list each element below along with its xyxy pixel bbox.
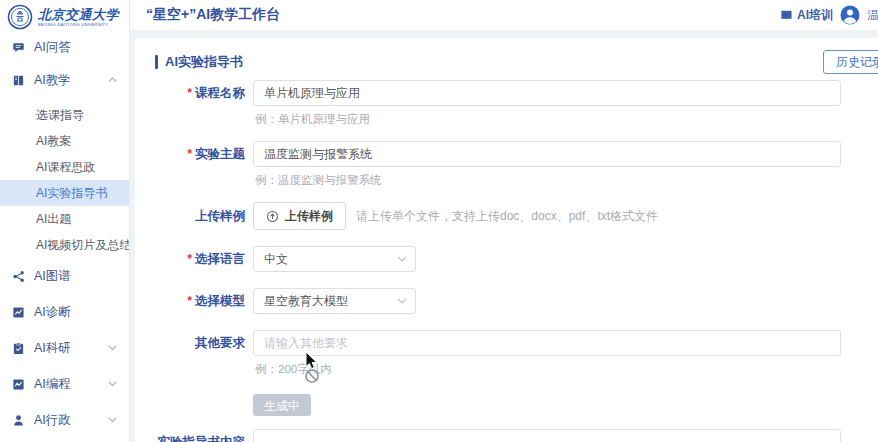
upload-sample-button[interactable]: 上传样例 — [253, 202, 346, 230]
sidebar-subitem-ideology[interactable]: AI课程思政 — [0, 154, 129, 180]
experiment-topic-row: *实验主题 例：温度监测与报警系统 — [155, 141, 878, 188]
sidebar-item-label: AI科研 — [34, 340, 71, 357]
sidebar-item-ai-diagnosis[interactable]: AI诊断 — [0, 294, 129, 330]
panel-header: AI实验指导书 — [155, 52, 878, 72]
sidebar: 北京交通大学 BEIJING JIAOTONG UNIVERSITY AI问答 … — [0, 0, 130, 442]
comment-icon — [12, 41, 25, 54]
generate-button[interactable]: 生成中 — [253, 394, 311, 416]
sidebar-item-label: AI行政 — [34, 412, 71, 429]
sidebar-subitem-question-gen[interactable]: AI出题 — [0, 206, 129, 232]
chevron-up-icon — [108, 77, 117, 83]
sidebar-subitem-lesson-plan[interactable]: AI教案 — [0, 128, 129, 154]
required-asterisk: * — [187, 86, 192, 100]
experiment-topic-hint: 例：温度监测与报警系统 — [255, 173, 841, 188]
top-header: “星空+”AI教学工作台 AI培训 温 — [130, 0, 878, 31]
upload-sample-label: 上传样例 — [155, 202, 253, 230]
sidebar-item-label: AI编程 — [34, 376, 71, 393]
upload-icon — [266, 210, 279, 223]
sidebar-item-label: AI问答 — [34, 39, 71, 56]
share-graph-icon — [12, 270, 25, 283]
chevron-down-icon — [108, 345, 117, 351]
ai-training-link[interactable]: AI培训 — [780, 7, 833, 24]
other-requirements-row: 其他要求 例：200字以内 — [155, 330, 878, 377]
language-row: *选择语言 中文 — [155, 246, 878, 272]
sidebar-item-label: AI诊断 — [34, 304, 71, 321]
lab-guide-panel: AI实验指导书 历史记录 *课程名称 例：单片机原理与应用 *实验主题 例：温度… — [135, 38, 878, 442]
guide-content-row: 实验指导书内容 实验名称 单片机原理与应用——温度监测与报警系统 实验目的 — [155, 429, 878, 442]
chevron-down-icon — [108, 417, 117, 423]
required-asterisk: * — [187, 294, 192, 308]
model-row: *选择模型 星空教育大模型 — [155, 288, 878, 314]
sidebar-subitem-lab-guide[interactable]: AI实验指导书 — [0, 180, 129, 206]
guide-content-label: 实验指导书内容 — [155, 429, 253, 442]
clipboard-check-icon — [12, 342, 25, 355]
training-book-icon — [780, 9, 793, 21]
course-name-label: *课程名称 — [155, 80, 253, 127]
language-value: 中文 — [264, 251, 288, 268]
sidebar-item-ai-research[interactable]: AI科研 — [0, 330, 129, 366]
header-actions: AI培训 温 — [780, 5, 878, 25]
code-chart-icon — [12, 378, 25, 391]
sidebar-item-ai-coding[interactable]: AI编程 — [0, 366, 129, 402]
generate-row: 生成中 — [253, 394, 878, 416]
university-name-cn: 北京交通大学 — [38, 8, 119, 21]
required-asterisk: * — [187, 252, 192, 266]
required-asterisk: * — [187, 147, 192, 161]
lab-guide-form: *课程名称 例：单片机原理与应用 *实验主题 例：温度监测与报警系统 上传样例 — [155, 80, 878, 442]
training-label: AI培训 — [797, 7, 833, 24]
guide-content-box[interactable]: 实验名称 单片机原理与应用——温度监测与报警系统 实验目的 — [253, 429, 841, 442]
chevron-down-icon — [397, 256, 407, 262]
chevron-down-icon — [108, 381, 117, 387]
teaching-submenu: 选课指导 AI教案 AI课程思政 AI实验指导书 AI出题 AI视频切片及总结 — [0, 102, 129, 258]
chevron-down-icon — [397, 298, 407, 304]
avatar[interactable] — [840, 5, 860, 25]
sidebar-item-ai-qa[interactable]: AI问答 — [0, 32, 129, 62]
sidebar-item-label: AI图谱 — [34, 268, 71, 285]
course-name-input[interactable] — [253, 80, 841, 106]
sidebar-item-ai-admin[interactable]: AI行政 — [0, 402, 129, 438]
language-label: *选择语言 — [155, 246, 253, 272]
upload-hint: 请上传单个文件，支持上传doc、docx、pdf、txt格式文件 — [356, 202, 658, 230]
title-accent-bar — [155, 55, 158, 69]
chart-line-icon — [12, 306, 25, 319]
other-requirements-input[interactable] — [253, 330, 841, 356]
experiment-topic-input[interactable] — [253, 141, 841, 167]
university-name-en: BEIJING JIAOTONG UNIVERSITY — [38, 23, 119, 27]
workbench-title: “星空+”AI教学工作台 — [146, 6, 780, 24]
course-name-hint: 例：单片机原理与应用 — [255, 112, 841, 127]
model-value: 星空教育大模型 — [264, 293, 348, 310]
university-logo: 北京交通大学 BEIJING JIAOTONG UNIVERSITY — [0, 0, 129, 32]
course-name-row: *课程名称 例：单片机原理与应用 — [155, 80, 878, 127]
model-label: *选择模型 — [155, 288, 253, 314]
sidebar-subitem-course-select[interactable]: 选课指导 — [0, 102, 129, 128]
history-button[interactable]: 历史记录 — [823, 50, 878, 74]
model-select[interactable]: 星空教育大模型 — [253, 288, 416, 314]
sidebar-item-ai-graph[interactable]: AI图谱 — [0, 258, 129, 294]
main-content: AI实验指导书 历史记录 *课程名称 例：单片机原理与应用 *实验主题 例：温度… — [130, 31, 878, 442]
language-select[interactable]: 中文 — [253, 246, 416, 272]
sidebar-item-ai-teaching[interactable]: AI教学 — [0, 62, 129, 98]
experiment-topic-label: *实验主题 — [155, 141, 253, 188]
other-requirements-label: 其他要求 — [155, 330, 253, 377]
person-icon — [12, 414, 25, 427]
username-text: 温 — [867, 7, 878, 24]
book-icon — [12, 74, 25, 87]
sidebar-subitem-video-clip[interactable]: AI视频切片及总结 — [0, 232, 129, 258]
upload-sample-row: 上传样例 上传样例 请上传单个文件，支持上传doc、docx、pdf、txt格式… — [155, 202, 878, 230]
panel-title: AI实验指导书 — [165, 53, 243, 71]
other-requirements-hint: 例：200字以内 — [255, 362, 841, 377]
sidebar-item-partial[interactable] — [0, 438, 129, 442]
university-emblem-icon — [7, 4, 33, 30]
sidebar-item-label: AI教学 — [34, 72, 71, 89]
